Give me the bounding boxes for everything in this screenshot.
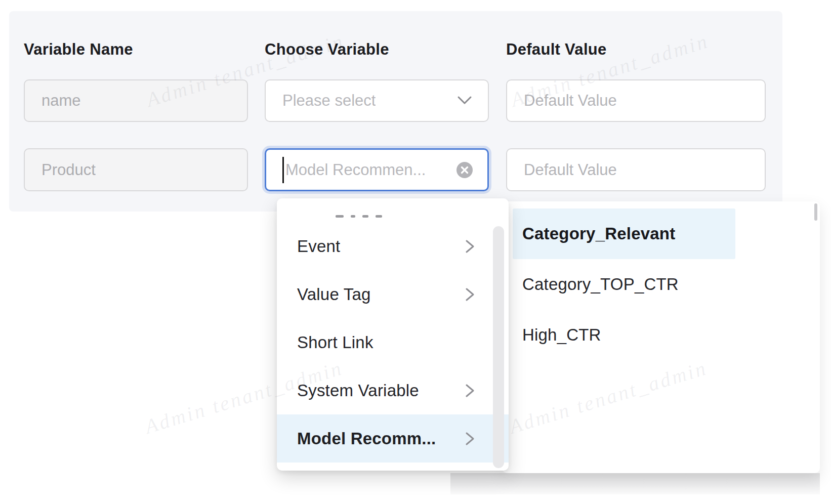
menu-item-short-link[interactable]: Short Link xyxy=(277,318,509,366)
chevron-right-icon xyxy=(465,238,475,255)
default-value-input-row1[interactable] xyxy=(506,79,766,122)
column-label-choose-variable: Choose Variable xyxy=(265,40,389,59)
menu-item-label: System Variable xyxy=(297,381,419,400)
submenu-item-label: Category_TOP_CTR xyxy=(522,275,679,294)
choose-variable-select-row2[interactable]: Model Recommen... xyxy=(265,148,489,191)
chevron-right-icon xyxy=(465,383,475,399)
menu-scrollbar-thumb[interactable] xyxy=(493,226,504,468)
menu-item-model-recomm[interactable]: Model Recomm... xyxy=(277,414,509,463)
submenu-item-label: High_CTR xyxy=(522,325,601,345)
menu-item-event[interactable]: Event xyxy=(277,222,509,270)
cascader-menu-list: Event Value Tag Short Link S xyxy=(277,198,509,463)
variable-name-input-row1[interactable] xyxy=(24,79,248,122)
clear-icon[interactable] xyxy=(456,161,473,179)
column-label-default-value: Default Value xyxy=(506,40,607,59)
select-placeholder-text: Please select xyxy=(282,92,376,110)
screen: Variable Name Choose Variable Default Va… xyxy=(0,0,831,504)
cascader-menu: Event Value Tag Short Link S xyxy=(277,198,509,471)
chevron-right-icon xyxy=(465,431,475,447)
variable-name-input-row2[interactable] xyxy=(24,148,248,191)
menu-item-label: Model Recomm... xyxy=(297,429,436,448)
submenu-item-category-relevant[interactable]: Category_Relevant xyxy=(513,208,735,259)
clipped-item-text-fragment xyxy=(336,202,389,205)
cascader-submenu: Category_Relevant Category_TOP_CTR High_… xyxy=(502,201,820,473)
submenu-item-label: Category_Relevant xyxy=(522,224,675,243)
page-bottom-strip xyxy=(450,473,820,494)
submenu-scrollbar-thumb[interactable] xyxy=(814,203,817,221)
menu-item-system-variable[interactable]: System Variable xyxy=(277,366,509,414)
menu-item-label: Value Tag xyxy=(297,285,371,304)
submenu-item-category-top-ctr[interactable]: Category_TOP_CTR xyxy=(502,259,820,310)
choose-variable-select-row1[interactable]: Please select xyxy=(265,79,489,122)
chevron-down-icon xyxy=(456,96,473,106)
clipped-menu-item[interactable] xyxy=(277,198,509,222)
chevron-right-icon xyxy=(465,286,475,303)
default-value-input-row2[interactable] xyxy=(506,148,766,191)
form-panel: Variable Name Choose Variable Default Va… xyxy=(9,11,782,212)
menu-item-label: Short Link xyxy=(297,333,373,352)
submenu-item-high-ctr[interactable]: High_CTR xyxy=(502,310,820,360)
menu-item-value-tag[interactable]: Value Tag xyxy=(277,270,509,318)
select-value-text: Model Recommen... xyxy=(285,161,426,179)
text-cursor xyxy=(282,157,284,183)
column-label-variable-name: Variable Name xyxy=(24,40,133,59)
menu-item-label: Event xyxy=(297,237,340,256)
